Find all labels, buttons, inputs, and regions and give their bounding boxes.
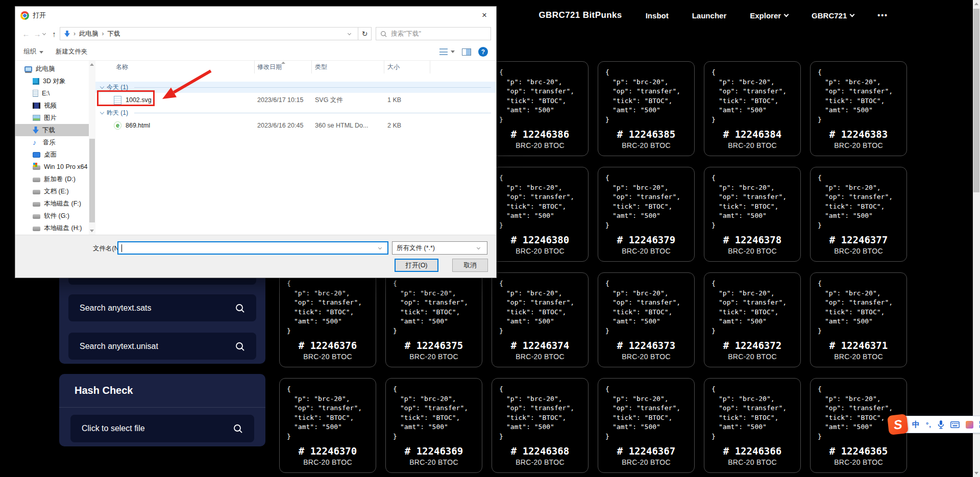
search-input[interactable]: 搜索"下载": [376, 27, 491, 40]
close-icon[interactable]: ×: [473, 7, 496, 24]
tree-item-computer[interactable]: 此电脑: [15, 63, 89, 75]
hash-check-panel: Hash Check Click to select file: [59, 374, 265, 446]
chinese-mode-icon[interactable]: 中: [912, 420, 920, 430]
inscription-card[interactable]: {"p": "brc-20","op": "transfer","tick": …: [598, 61, 695, 156]
inscription-card[interactable]: {"p": "brc-20","op": "transfer","tick": …: [492, 272, 589, 367]
cube-icon: [33, 78, 39, 85]
nav-item-insbot[interactable]: Insbot: [646, 11, 669, 20]
new-folder-button[interactable]: 新建文件夹: [56, 47, 88, 56]
history-chevron-icon[interactable]: [42, 31, 46, 35]
inscription-label: BRC-20 BTOC: [605, 247, 687, 255]
scroll-up-arrow-icon[interactable]: [974, 3, 978, 5]
breadcrumb-this-pc[interactable]: 此电脑: [79, 30, 99, 38]
scroll-down-arrow-icon[interactable]: [90, 230, 94, 232]
scroll-up-arrow-icon[interactable]: [90, 63, 94, 66]
punctuation-icon[interactable]: °,: [926, 421, 932, 429]
tree-item-drive[interactable]: 本地磁盘 (F:): [15, 197, 89, 210]
inscription-number: # 12246370: [287, 445, 369, 457]
sogou-logo-icon[interactable]: S: [887, 414, 909, 435]
column-header-date[interactable]: 修改日期: [255, 61, 312, 73]
page-scrollbar-thumb[interactable]: [973, 9, 979, 192]
inscription-card[interactable]: {"p": "brc-20","op": "transfer","tick": …: [385, 272, 482, 367]
tree-scrollbar-thumb[interactable]: [89, 139, 95, 222]
inscription-card[interactable]: {"p": "brc-20","op": "transfer","tick": …: [704, 167, 801, 262]
scroll-down-arrow-icon[interactable]: [974, 472, 978, 474]
inscription-card[interactable]: {"p": "brc-20","op": "transfer","tick": …: [810, 61, 907, 156]
inscription-card[interactable]: {"p": "brc-20","op": "transfer","tick": …: [492, 61, 589, 156]
inscription-card[interactable]: {"p": "brc-20","op": "transfer","tick": …: [492, 167, 589, 262]
inscription-card[interactable]: {"p": "brc-20","op": "transfer","tick": …: [704, 272, 801, 367]
search-row-unisat[interactable]: Search anytext.unisat: [68, 333, 256, 360]
search-row-sats[interactable]: Search anytext.sats: [68, 294, 256, 321]
chevron-down-icon: [784, 12, 789, 17]
breadcrumb-downloads[interactable]: 下载: [108, 30, 120, 38]
preview-pane-icon[interactable]: [462, 48, 471, 56]
group-divider: [134, 113, 491, 113]
nav-more-button[interactable]: •••: [877, 11, 888, 19]
nav-item-launcher[interactable]: Launcher: [692, 11, 727, 20]
tree-item-system-drive[interactable]: Win 10 Pro x64: [15, 161, 89, 173]
inscription-card[interactable]: {"p": "brc-20","op": "transfer","tick": …: [385, 378, 482, 473]
tree-item-label: 本地磁盘 (H:): [44, 224, 82, 233]
microphone-icon[interactable]: [938, 420, 944, 429]
tree-item-drive[interactable]: 文档 (E:): [15, 185, 89, 197]
forward-arrow-icon[interactable]: →: [32, 30, 43, 38]
inscription-card[interactable]: {"p": "brc-20","op": "transfer","tick": …: [279, 272, 376, 367]
column-header-size[interactable]: 大小: [384, 61, 430, 73]
file-row-869.html[interactable]: 869.html2023/6/16 20:45360 se HTML Do...…: [95, 118, 496, 133]
tree-item-label: 软件 (G:): [44, 212, 69, 220]
tree-item-document[interactable]: E:\: [15, 87, 89, 99]
skin-icon[interactable]: [966, 421, 973, 429]
inscription-card[interactable]: {"p": "brc-20","op": "transfer","tick": …: [598, 167, 695, 262]
inscription-card[interactable]: {"p": "brc-20","op": "transfer","tick": …: [810, 167, 907, 262]
tree-item-drive[interactable]: 软件 (G:): [15, 210, 89, 222]
tree-item-drive[interactable]: 本地磁盘 (H:): [15, 222, 89, 234]
filetype-select[interactable]: 所有文件 (*.*): [392, 241, 487, 255]
tree-item-cube[interactable]: 3D 对象: [15, 75, 89, 87]
tree-item-download[interactable]: 下载: [15, 124, 89, 136]
open-button[interactable]: 打开(O): [395, 259, 438, 272]
nav-item-explorer[interactable]: Explorer: [750, 11, 788, 20]
tree-item-music[interactable]: ♪音乐: [15, 136, 89, 148]
refresh-button[interactable]: ↻: [358, 27, 372, 40]
file-group-header[interactable]: 昨天 (1): [95, 107, 496, 118]
file-group-label: 昨天 (1): [107, 109, 128, 117]
inscription-json: {"p": "brc-20","op": "transfer","tick": …: [499, 173, 581, 230]
downloads-folder-icon: [64, 31, 70, 37]
tree-item-label: E:\: [42, 90, 50, 97]
keyboard-icon[interactable]: [950, 421, 960, 428]
inscription-card[interactable]: {"p": "brc-20","op": "transfer","tick": …: [704, 61, 801, 156]
filename-dropdown-icon[interactable]: [378, 245, 382, 249]
inscription-card[interactable]: {"p": "brc-20","op": "transfer","tick": …: [810, 272, 907, 367]
nav-brand[interactable]: GBRC721 BitPunks: [538, 10, 622, 20]
cancel-button[interactable]: 取消: [452, 259, 488, 272]
column-header-type[interactable]: 类型: [312, 61, 384, 73]
tree-item-video[interactable]: 视频: [15, 99, 89, 112]
inscription-card[interactable]: {"p": "brc-20","op": "transfer","tick": …: [704, 378, 801, 473]
tree-item-picture[interactable]: 图片: [15, 112, 89, 124]
inscription-card[interactable]: {"p": "brc-20","op": "transfer","tick": …: [598, 378, 695, 473]
hash-check-file-select[interactable]: Click to select file: [70, 415, 254, 442]
nav-item-gbrc721[interactable]: GBRC721: [812, 11, 854, 20]
tree-scrollbar[interactable]: [89, 61, 95, 235]
page-scrollbar[interactable]: [973, 0, 980, 477]
filename-input[interactable]: [117, 241, 388, 255]
inscription-label: BRC-20 BTOC: [605, 353, 687, 361]
organize-button[interactable]: 组织: [23, 47, 43, 56]
tree-item-drive[interactable]: 新加卷 (D:): [15, 173, 89, 185]
address-dropdown-icon[interactable]: [348, 31, 351, 35]
inscription-card[interactable]: {"p": "brc-20","op": "transfer","tick": …: [598, 272, 695, 367]
inscription-card[interactable]: {"p": "brc-20","op": "transfer","tick": …: [279, 378, 376, 473]
hash-check-file-label: Click to select file: [82, 424, 145, 433]
tree-item-desktop[interactable]: 桌面: [15, 148, 89, 161]
breadcrumb[interactable]: › 此电脑 › 下载: [60, 27, 358, 40]
file-date: 2023/6/17 10:15: [255, 96, 312, 104]
up-arrow-icon[interactable]: ↑: [48, 30, 60, 38]
back-arrow-icon[interactable]: ←: [20, 30, 32, 38]
inscription-number: # 12246377: [818, 234, 899, 245]
inscription-label: BRC-20 BTOC: [393, 353, 475, 361]
view-mode-button[interactable]: [439, 48, 455, 55]
chevron-down-icon: [100, 110, 104, 114]
inscription-card[interactable]: {"p": "brc-20","op": "transfer","tick": …: [492, 378, 589, 473]
help-icon[interactable]: ?: [478, 47, 488, 57]
